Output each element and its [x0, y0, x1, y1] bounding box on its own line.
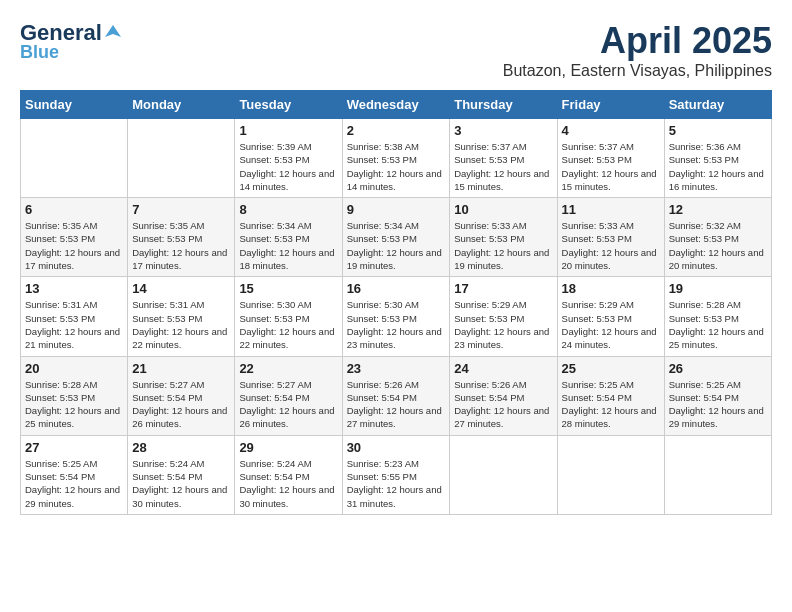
table-row: 3Sunrise: 5:37 AMSunset: 5:53 PMDaylight…: [450, 119, 557, 198]
col-saturday: Saturday: [664, 91, 771, 119]
table-row: 5Sunrise: 5:36 AMSunset: 5:53 PMDaylight…: [664, 119, 771, 198]
col-monday: Monday: [128, 91, 235, 119]
table-row: 26Sunrise: 5:25 AMSunset: 5:54 PMDayligh…: [664, 356, 771, 435]
table-row: 2Sunrise: 5:38 AMSunset: 5:53 PMDaylight…: [342, 119, 450, 198]
calendar-header-row: Sunday Monday Tuesday Wednesday Thursday…: [21, 91, 772, 119]
table-row: 8Sunrise: 5:34 AMSunset: 5:53 PMDaylight…: [235, 198, 342, 277]
table-row: 10Sunrise: 5:33 AMSunset: 5:53 PMDayligh…: [450, 198, 557, 277]
day-number: 15: [239, 281, 337, 296]
day-number: 8: [239, 202, 337, 217]
day-number: 12: [669, 202, 767, 217]
title-area: April 2025 Butazon, Eastern Visayas, Phi…: [503, 20, 772, 80]
table-row: [450, 435, 557, 514]
day-info: Sunrise: 5:31 AMSunset: 5:53 PMDaylight:…: [132, 298, 230, 351]
day-info: Sunrise: 5:37 AMSunset: 5:53 PMDaylight:…: [454, 140, 552, 193]
day-number: 29: [239, 440, 337, 455]
day-number: 16: [347, 281, 446, 296]
day-info: Sunrise: 5:29 AMSunset: 5:53 PMDaylight:…: [454, 298, 552, 351]
table-row: 6Sunrise: 5:35 AMSunset: 5:53 PMDaylight…: [21, 198, 128, 277]
day-info: Sunrise: 5:29 AMSunset: 5:53 PMDaylight:…: [562, 298, 660, 351]
day-number: 20: [25, 361, 123, 376]
day-info: Sunrise: 5:34 AMSunset: 5:53 PMDaylight:…: [239, 219, 337, 272]
table-row: [664, 435, 771, 514]
day-number: 26: [669, 361, 767, 376]
day-number: 25: [562, 361, 660, 376]
day-info: Sunrise: 5:37 AMSunset: 5:53 PMDaylight:…: [562, 140, 660, 193]
day-info: Sunrise: 5:25 AMSunset: 5:54 PMDaylight:…: [562, 378, 660, 431]
day-info: Sunrise: 5:33 AMSunset: 5:53 PMDaylight:…: [562, 219, 660, 272]
day-number: 11: [562, 202, 660, 217]
day-info: Sunrise: 5:26 AMSunset: 5:54 PMDaylight:…: [347, 378, 446, 431]
table-row: 1Sunrise: 5:39 AMSunset: 5:53 PMDaylight…: [235, 119, 342, 198]
table-row: 20Sunrise: 5:28 AMSunset: 5:53 PMDayligh…: [21, 356, 128, 435]
day-number: 2: [347, 123, 446, 138]
logo-bird-icon: [103, 23, 123, 43]
day-number: 5: [669, 123, 767, 138]
col-sunday: Sunday: [21, 91, 128, 119]
table-row: 14Sunrise: 5:31 AMSunset: 5:53 PMDayligh…: [128, 277, 235, 356]
day-info: Sunrise: 5:26 AMSunset: 5:54 PMDaylight:…: [454, 378, 552, 431]
day-info: Sunrise: 5:27 AMSunset: 5:54 PMDaylight:…: [132, 378, 230, 431]
table-row: 19Sunrise: 5:28 AMSunset: 5:53 PMDayligh…: [664, 277, 771, 356]
day-info: Sunrise: 5:24 AMSunset: 5:54 PMDaylight:…: [239, 457, 337, 510]
day-number: 10: [454, 202, 552, 217]
day-number: 28: [132, 440, 230, 455]
logo: General Blue: [20, 20, 124, 63]
table-row: [128, 119, 235, 198]
table-row: 9Sunrise: 5:34 AMSunset: 5:53 PMDaylight…: [342, 198, 450, 277]
col-friday: Friday: [557, 91, 664, 119]
day-info: Sunrise: 5:28 AMSunset: 5:53 PMDaylight:…: [669, 298, 767, 351]
day-number: 13: [25, 281, 123, 296]
day-info: Sunrise: 5:31 AMSunset: 5:53 PMDaylight:…: [25, 298, 123, 351]
day-number: 7: [132, 202, 230, 217]
day-number: 14: [132, 281, 230, 296]
day-info: Sunrise: 5:39 AMSunset: 5:53 PMDaylight:…: [239, 140, 337, 193]
day-number: 22: [239, 361, 337, 376]
day-number: 17: [454, 281, 552, 296]
day-info: Sunrise: 5:24 AMSunset: 5:54 PMDaylight:…: [132, 457, 230, 510]
calendar-week-row: 13Sunrise: 5:31 AMSunset: 5:53 PMDayligh…: [21, 277, 772, 356]
day-info: Sunrise: 5:35 AMSunset: 5:53 PMDaylight:…: [25, 219, 123, 272]
table-row: 28Sunrise: 5:24 AMSunset: 5:54 PMDayligh…: [128, 435, 235, 514]
table-row: 22Sunrise: 5:27 AMSunset: 5:54 PMDayligh…: [235, 356, 342, 435]
month-title: April 2025: [503, 20, 772, 62]
calendar-week-row: 6Sunrise: 5:35 AMSunset: 5:53 PMDaylight…: [21, 198, 772, 277]
header: General Blue April 2025 Butazon, Eastern…: [20, 20, 772, 80]
table-row: 13Sunrise: 5:31 AMSunset: 5:53 PMDayligh…: [21, 277, 128, 356]
day-number: 23: [347, 361, 446, 376]
day-number: 1: [239, 123, 337, 138]
table-row: 18Sunrise: 5:29 AMSunset: 5:53 PMDayligh…: [557, 277, 664, 356]
table-row: 23Sunrise: 5:26 AMSunset: 5:54 PMDayligh…: [342, 356, 450, 435]
table-row: 29Sunrise: 5:24 AMSunset: 5:54 PMDayligh…: [235, 435, 342, 514]
day-info: Sunrise: 5:35 AMSunset: 5:53 PMDaylight:…: [132, 219, 230, 272]
day-info: Sunrise: 5:36 AMSunset: 5:53 PMDaylight:…: [669, 140, 767, 193]
table-row: 21Sunrise: 5:27 AMSunset: 5:54 PMDayligh…: [128, 356, 235, 435]
day-number: 18: [562, 281, 660, 296]
table-row: 12Sunrise: 5:32 AMSunset: 5:53 PMDayligh…: [664, 198, 771, 277]
table-row: [21, 119, 128, 198]
day-number: 3: [454, 123, 552, 138]
logo-blue: Blue: [20, 42, 59, 63]
table-row: 7Sunrise: 5:35 AMSunset: 5:53 PMDaylight…: [128, 198, 235, 277]
day-number: 9: [347, 202, 446, 217]
day-info: Sunrise: 5:28 AMSunset: 5:53 PMDaylight:…: [25, 378, 123, 431]
col-tuesday: Tuesday: [235, 91, 342, 119]
table-row: 17Sunrise: 5:29 AMSunset: 5:53 PMDayligh…: [450, 277, 557, 356]
calendar-week-row: 1Sunrise: 5:39 AMSunset: 5:53 PMDaylight…: [21, 119, 772, 198]
day-number: 4: [562, 123, 660, 138]
table-row: 25Sunrise: 5:25 AMSunset: 5:54 PMDayligh…: [557, 356, 664, 435]
table-row: 15Sunrise: 5:30 AMSunset: 5:53 PMDayligh…: [235, 277, 342, 356]
table-row: 16Sunrise: 5:30 AMSunset: 5:53 PMDayligh…: [342, 277, 450, 356]
table-row: 11Sunrise: 5:33 AMSunset: 5:53 PMDayligh…: [557, 198, 664, 277]
col-wednesday: Wednesday: [342, 91, 450, 119]
day-number: 27: [25, 440, 123, 455]
day-number: 19: [669, 281, 767, 296]
table-row: 27Sunrise: 5:25 AMSunset: 5:54 PMDayligh…: [21, 435, 128, 514]
day-number: 6: [25, 202, 123, 217]
day-info: Sunrise: 5:23 AMSunset: 5:55 PMDaylight:…: [347, 457, 446, 510]
location-title: Butazon, Eastern Visayas, Philippines: [503, 62, 772, 80]
calendar-week-row: 20Sunrise: 5:28 AMSunset: 5:53 PMDayligh…: [21, 356, 772, 435]
day-info: Sunrise: 5:32 AMSunset: 5:53 PMDaylight:…: [669, 219, 767, 272]
day-info: Sunrise: 5:34 AMSunset: 5:53 PMDaylight:…: [347, 219, 446, 272]
day-info: Sunrise: 5:30 AMSunset: 5:53 PMDaylight:…: [239, 298, 337, 351]
